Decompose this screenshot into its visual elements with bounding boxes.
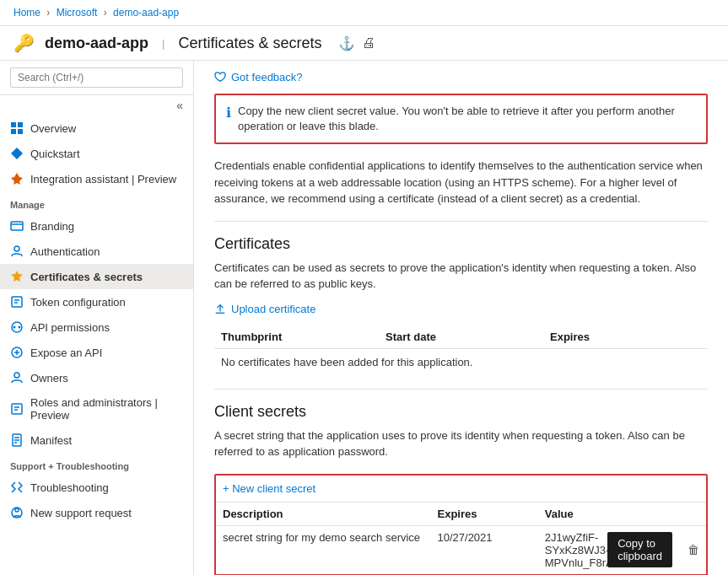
- sidebar: « Overview Quickstart Integration assist…: [0, 61, 194, 575]
- troubleshooting-icon: [10, 481, 24, 494]
- secrets-table-container: + New client secret Description Expires …: [214, 474, 708, 575]
- secrets-col-expires: Expires: [431, 502, 538, 525]
- svg-point-14: [14, 373, 19, 378]
- new-support-label: New support request: [30, 507, 132, 519]
- quickstart-label: Quickstart: [30, 148, 80, 160]
- certs-empty-text: No certificates have been added for this…: [221, 356, 472, 368]
- sidebar-item-token[interactable]: Token configuration: [0, 289, 193, 314]
- secrets-table: Description Expires Value secret string …: [216, 502, 706, 574]
- api-permissions-label: API permissions: [30, 321, 110, 334]
- certificates-table: Thumbprint Start date Expires No certifi…: [214, 325, 708, 375]
- breadcrumb: Home › Microsoft › demo-aad-app: [0, 0, 728, 26]
- sidebar-item-new-support[interactable]: New support request: [0, 500, 193, 525]
- quickstart-icon: [10, 147, 24, 160]
- sidebar-item-branding[interactable]: Branding: [0, 213, 193, 239]
- key-icon: 🔑: [13, 33, 35, 53]
- token-label: Token configuration: [30, 296, 126, 309]
- svg-point-23: [15, 508, 19, 512]
- collapse-btn[interactable]: «: [0, 95, 193, 116]
- client-secrets-desc: A secret string that the application use…: [214, 427, 708, 460]
- certs-col-startdate: Start date: [379, 325, 543, 348]
- svg-point-11: [13, 326, 16, 329]
- certificates-icon: [10, 270, 24, 283]
- app-name: demo-aad-app: [45, 35, 148, 52]
- upload-label: Upload certificate: [231, 303, 315, 315]
- manifest-label: Manifest: [30, 434, 72, 447]
- heart-icon: [214, 72, 226, 83]
- copy-tooltip[interactable]: Copy to clipboard: [607, 532, 672, 567]
- integration-icon: [10, 172, 24, 185]
- svg-rect-15: [12, 404, 22, 414]
- manifest-icon: [10, 433, 24, 447]
- sidebar-item-quickstart[interactable]: Quickstart: [0, 141, 193, 166]
- delete-icon[interactable]: 🗑: [686, 541, 701, 558]
- sidebar-item-overview[interactable]: Overview: [0, 116, 193, 141]
- pin-icon[interactable]: ⚓: [338, 35, 355, 51]
- roles-label: Roles and administrators | Preview: [30, 396, 183, 422]
- svg-rect-3: [18, 129, 23, 134]
- sidebar-search-container: [0, 61, 193, 95]
- info-icon: ℹ: [226, 105, 231, 134]
- client-secrets-title: Client secrets: [214, 403, 708, 421]
- svg-rect-1: [18, 122, 23, 127]
- secret-expires: 10/27/2021: [431, 526, 538, 574]
- header-actions: ⚓ 🖨: [338, 35, 375, 51]
- api-permissions-icon: [10, 320, 24, 334]
- secrets-col-value: Value: [538, 502, 645, 525]
- svg-rect-4: [11, 222, 23, 230]
- sidebar-item-integration[interactable]: Integration assistant | Preview: [0, 166, 193, 191]
- breadcrumb-app[interactable]: demo-aad-app: [113, 7, 179, 19]
- certificates-desc: Certificates can be used as secrets to p…: [214, 260, 708, 293]
- secrets-col-description: Description: [216, 502, 431, 525]
- expose-api-icon: [10, 346, 24, 359]
- svg-rect-7: [12, 297, 22, 307]
- search-input[interactable]: [10, 67, 183, 88]
- sidebar-item-roles[interactable]: Roles and administrators | Preview: [0, 390, 193, 427]
- sidebar-item-certificates[interactable]: Certificates & secrets: [0, 264, 193, 289]
- content-area: Got feedback? ℹ Copy the new client secr…: [194, 61, 728, 575]
- branding-label: Branding: [30, 220, 74, 233]
- branding-icon: [10, 219, 24, 233]
- roles-icon: [10, 402, 24, 416]
- credentials-description: Credentials enable confidential applicat…: [214, 158, 708, 207]
- certs-empty-row: No certificates have been added for this…: [214, 349, 708, 375]
- integration-label: Integration assistant | Preview: [30, 173, 176, 185]
- copy-cell[interactable]: Copy to clipboard: [645, 526, 679, 574]
- feedback-link[interactable]: Got feedback?: [214, 71, 708, 83]
- breadcrumb-microsoft[interactable]: Microsoft: [57, 7, 98, 19]
- certificates-section: Certificates Certificates can be used as…: [214, 235, 708, 375]
- certificates-title: Certificates: [214, 235, 708, 253]
- table-row: secret string for my demo search service…: [216, 526, 706, 574]
- certs-col-thumbprint: Thumbprint: [214, 325, 379, 348]
- upload-icon: [214, 303, 226, 314]
- svg-point-6: [14, 246, 19, 251]
- sidebar-item-api-permissions[interactable]: API permissions: [0, 314, 193, 340]
- upload-certificate-btn[interactable]: Upload certificate: [214, 303, 708, 315]
- print-icon[interactable]: 🖨: [362, 35, 375, 51]
- authentication-icon: [10, 245, 24, 258]
- overview-label: Overview: [30, 122, 76, 135]
- sidebar-item-troubleshooting[interactable]: Troubleshooting: [0, 475, 193, 500]
- info-banner: ℹ Copy the new client secret value. You …: [214, 94, 708, 144]
- new-secret-btn[interactable]: + New client secret: [216, 476, 706, 502]
- owners-label: Owners: [30, 372, 68, 384]
- sidebar-item-expose-api[interactable]: Expose an API: [0, 340, 193, 365]
- sidebar-item-manifest[interactable]: Manifest: [0, 427, 193, 453]
- secrets-col-actions2: [679, 502, 706, 525]
- expose-api-label: Expose an API: [30, 347, 102, 359]
- info-message: Copy the new client secret value. You wo…: [238, 104, 696, 134]
- certs-table-header: Thumbprint Start date Expires: [214, 325, 708, 349]
- certs-col-expires: Expires: [543, 325, 708, 348]
- secrets-col-actions1: [645, 502, 679, 525]
- overview-icon: [10, 121, 24, 135]
- certificates-label: Certificates & secrets: [30, 271, 143, 283]
- sidebar-item-owners[interactable]: Owners: [0, 365, 193, 390]
- support-section-label: Support + Troubleshooting: [0, 453, 193, 475]
- owners-icon: [10, 371, 24, 384]
- breadcrumb-home[interactable]: Home: [13, 7, 40, 19]
- authentication-label: Authentication: [30, 245, 100, 258]
- sidebar-item-authentication[interactable]: Authentication: [0, 239, 193, 264]
- secret-description: secret string for my demo search service: [216, 526, 431, 574]
- token-icon: [10, 295, 24, 309]
- feedback-text: Got feedback?: [231, 71, 303, 83]
